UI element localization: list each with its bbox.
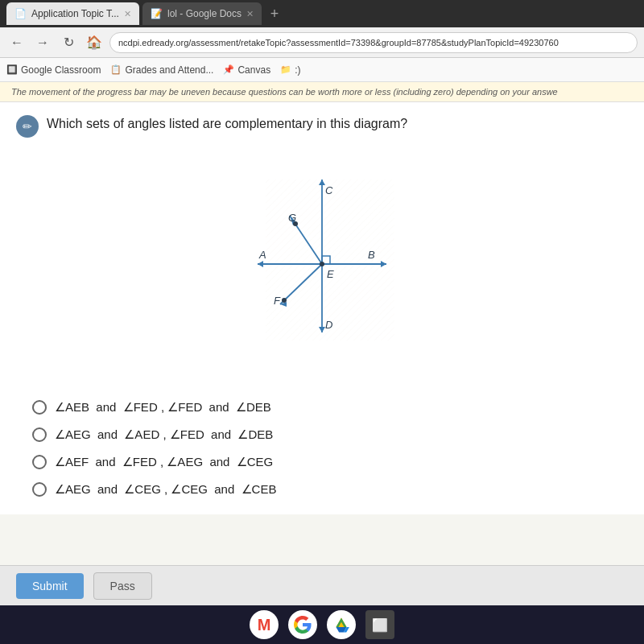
question-text: Which sets of angles listed are compleme…: [47, 115, 407, 133]
address-bar[interactable]: [109, 32, 638, 53]
bookmark-smiley[interactable]: 📁 :): [280, 64, 300, 76]
bookmark-google-classroom-label: Google Classroom: [21, 64, 101, 76]
taskbar-apps-icon[interactable]: ⬜: [365, 610, 394, 639]
tab-docs-label: lol - Google Docs: [167, 8, 242, 19]
choice-row-1: ∠AEB and ∠FED , ∠FED and ∠DEB: [32, 394, 612, 421]
taskbar-google-icon[interactable]: [288, 610, 317, 639]
tab-docs-icon: 📝: [151, 8, 163, 19]
bottom-bar: Submit Pass: [0, 565, 644, 605]
geometry-diagram: A B C D G F E: [217, 155, 427, 373]
svg-text:B: B: [368, 249, 375, 261]
tab-icon: 📄: [14, 8, 27, 19]
home-button[interactable]: 🏠: [84, 32, 105, 53]
folder-icon: 📁: [280, 64, 291, 75]
forward-button[interactable]: →: [32, 32, 53, 53]
tab-label: Application Topic T...: [31, 8, 119, 19]
radio-choice-2[interactable]: [32, 427, 47, 442]
bookmark-smiley-label: :): [295, 64, 300, 76]
tab-bar: 📄 Application Topic T... ✕ 📝 lol - Googl…: [0, 0, 644, 27]
submit-button[interactable]: Submit: [16, 573, 84, 599]
page-content: The movement of the progress bar may be …: [0, 82, 644, 565]
grades-icon: 📋: [110, 64, 122, 75]
taskbar: M ⬜: [0, 605, 644, 644]
svg-point-20: [320, 262, 324, 266]
nav-bar: ← → ↻ 🏠: [0, 27, 644, 58]
choice-row-4: ∠AEG and ∠CEG , ∠CEG and ∠CEB: [32, 476, 612, 503]
bookmark-canvas[interactable]: 📌 Canvas: [223, 64, 270, 76]
choice-text-1: ∠AEB and ∠FED , ∠FED and ∠DEB: [55, 400, 271, 415]
svg-text:D: D: [325, 319, 332, 331]
back-button[interactable]: ←: [6, 32, 27, 53]
canvas-icon: 📌: [223, 64, 234, 75]
pass-button[interactable]: Pass: [93, 572, 152, 600]
question-container: ✏ Which sets of angles listed are comple…: [0, 102, 644, 514]
choice-row-2: ∠AEG and ∠AED , ∠FED and ∠DEB: [32, 421, 612, 448]
bookmark-grades-label: Grades and Attend...: [125, 64, 213, 76]
bookmarks-bar: 🔲 Google Classroom 📋 Grades and Attend..…: [0, 58, 644, 82]
tab-docs[interactable]: 📝 lol - Google Docs ✕: [142, 2, 262, 25]
new-tab-button[interactable]: +: [265, 4, 284, 23]
browser-window: 📄 Application Topic T... ✕ 📝 lol - Googl…: [0, 0, 644, 644]
taskbar-gmail-icon[interactable]: M: [250, 610, 279, 639]
choices-area: ∠AEB and ∠FED , ∠FED and ∠DEB ∠AEG and ∠…: [16, 394, 628, 503]
tab-application[interactable]: 📄 Application Topic T... ✕: [6, 2, 139, 25]
question-header: ✏ Which sets of angles listed are comple…: [16, 115, 628, 138]
choice-text-4: ∠AEG and ∠CEG , ∠CEG and ∠CEB: [55, 482, 276, 497]
tab-docs-close-icon[interactable]: ✕: [246, 9, 254, 19]
svg-marker-4: [258, 261, 263, 267]
choice-text-3: ∠AEF and ∠FED , ∠AEG and ∠CEG: [55, 455, 273, 469]
radio-choice-4[interactable]: [32, 482, 47, 497]
svg-text:C: C: [325, 184, 333, 196]
tab-close-icon[interactable]: ✕: [124, 9, 131, 19]
bookmark-grades[interactable]: 📋 Grades and Attend...: [110, 64, 213, 76]
taskbar-drive-icon[interactable]: [327, 610, 356, 639]
radio-choice-1[interactable]: [32, 400, 47, 415]
diagram-area: A B C D G F E: [16, 147, 628, 381]
svg-point-22: [282, 298, 287, 303]
notice-text: The movement of the progress bar may be …: [11, 87, 558, 97]
svg-text:E: E: [327, 268, 334, 280]
reload-button[interactable]: ↻: [58, 32, 79, 53]
svg-point-21: [293, 221, 298, 226]
question-icon: ✏: [16, 115, 39, 138]
choice-row-3: ∠AEF and ∠FED , ∠AEG and ∠CEG: [32, 448, 612, 476]
google-classroom-icon: 🔲: [6, 64, 18, 75]
notice-bar: The movement of the progress bar may be …: [0, 82, 644, 102]
svg-text:A: A: [258, 249, 266, 261]
bookmark-canvas-label: Canvas: [237, 64, 270, 76]
choice-text-2: ∠AEG and ∠AED , ∠FED and ∠DEB: [55, 427, 273, 442]
radio-choice-3[interactable]: [32, 455, 47, 469]
bookmark-google-classroom[interactable]: 🔲 Google Classroom: [6, 64, 101, 76]
svg-text:F: F: [274, 295, 281, 307]
